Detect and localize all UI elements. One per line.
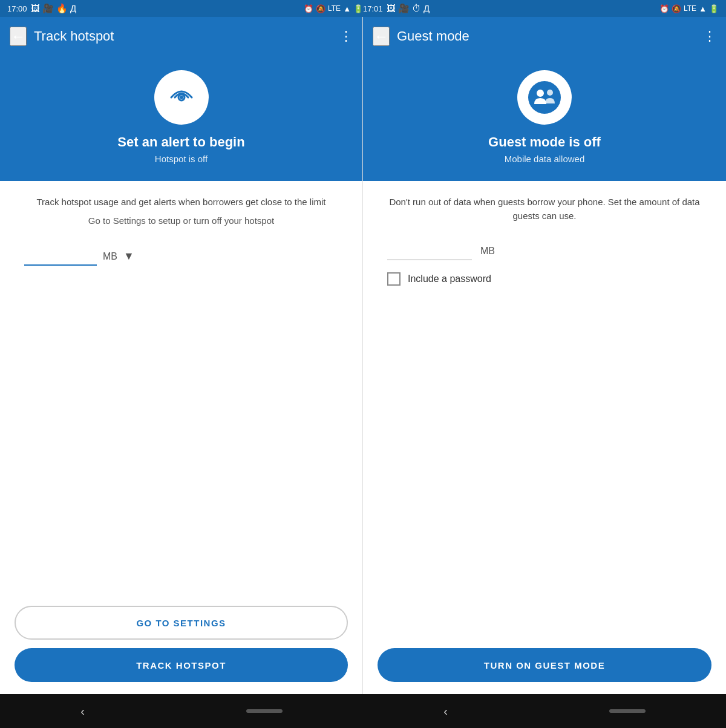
right-lte-text: LTE bbox=[684, 4, 696, 13]
track-hotspot-button[interactable]: TRACK HOTSPOT bbox=[15, 648, 348, 682]
left-hero-section: Set an alert to begin Hotspot is off bbox=[0, 56, 362, 181]
left-alarm-icon: ⏰ bbox=[304, 4, 313, 13]
right-time: 17:01 bbox=[363, 4, 383, 13]
svg-point-4 bbox=[537, 90, 544, 97]
left-description-secondary: Go to Settings to setup or turn off your… bbox=[15, 214, 348, 228]
right-mb-unit: MB bbox=[480, 246, 495, 257]
left-mb-input[interactable] bbox=[24, 247, 97, 266]
right-hero-title: Guest mode is off bbox=[488, 134, 601, 150]
left-more-button[interactable]: ⋮ bbox=[339, 28, 353, 44]
left-icons: 🖼 🎥 🔥 Д bbox=[31, 3, 77, 14]
right-nav-back-button[interactable]: ‹ bbox=[443, 704, 448, 718]
left-time: 17:00 bbox=[7, 4, 27, 13]
left-battery-icon: 🔋 bbox=[353, 4, 363, 13]
right-panel-header: ← Guest mode ⋮ bbox=[363, 17, 726, 56]
left-dropdown-arrow-icon: ▼ bbox=[123, 250, 134, 263]
right-description: Don't run out of data when guests borrow… bbox=[378, 195, 711, 223]
right-back-button[interactable]: ← bbox=[373, 27, 390, 46]
left-mute-icon: 🔕 bbox=[316, 4, 325, 13]
go-to-settings-button[interactable]: GO TO SETTINGS bbox=[15, 606, 348, 640]
left-nav-back-button[interactable]: ‹ bbox=[80, 704, 85, 718]
right-mute-icon: 🔕 bbox=[672, 4, 681, 13]
left-panel-content: Track hotspot usage and get alerts when … bbox=[0, 181, 362, 606]
right-hero-section: Guest mode is off Mobile data allowed bbox=[363, 56, 726, 181]
right-hero-subtitle: Mobile data allowed bbox=[505, 154, 585, 164]
left-unit-dropdown[interactable]: ▼ bbox=[123, 250, 134, 263]
guest-icon-circle bbox=[517, 70, 572, 125]
right-nav-half: ‹ bbox=[363, 694, 726, 728]
left-back-button[interactable]: ← bbox=[10, 27, 27, 46]
right-mb-input[interactable] bbox=[387, 242, 472, 260]
left-panel-header: ← Track hotspot ⋮ bbox=[0, 17, 362, 56]
left-description: Track hotspot usage and get alerts when … bbox=[15, 195, 348, 209]
include-password-checkbox[interactable] bbox=[387, 272, 401, 286]
right-signal-icon: ▲ bbox=[699, 4, 707, 13]
left-signal-icon: ▲ bbox=[343, 4, 351, 13]
right-icons: 🖼 🎥 ⏱ Д bbox=[387, 3, 430, 14]
right-panel-title: Guest mode bbox=[397, 28, 703, 44]
left-hero-title: Set an alert to begin bbox=[117, 134, 244, 150]
include-password-label: Include a password bbox=[408, 274, 491, 284]
svg-point-5 bbox=[547, 90, 553, 96]
right-mb-row: MB bbox=[378, 242, 711, 260]
left-input-row: MB ▼ bbox=[15, 247, 348, 266]
svg-point-3 bbox=[528, 81, 561, 114]
right-panel-buttons: TURN ON GUEST MODE bbox=[363, 648, 726, 694]
left-hero-subtitle: Hotspot is off bbox=[155, 154, 208, 164]
hotspot-icon-circle bbox=[154, 70, 209, 125]
left-lte-text: LTE bbox=[328, 4, 341, 13]
right-panel-content: Don't run out of data when guests borrow… bbox=[363, 181, 726, 648]
right-nav-pill bbox=[609, 709, 646, 713]
left-nav-half: ‹ bbox=[0, 694, 363, 728]
right-more-button[interactable]: ⋮ bbox=[703, 28, 716, 44]
left-mb-unit: MB bbox=[103, 251, 117, 262]
right-alarm-icon: ⏰ bbox=[659, 4, 669, 13]
right-battery-icon: 🔋 bbox=[709, 4, 719, 13]
left-panel-buttons: GO TO SETTINGS TRACK HOTSPOT bbox=[0, 606, 362, 694]
right-checkbox-row: Include a password bbox=[378, 272, 711, 286]
svg-point-2 bbox=[180, 96, 183, 99]
navigation-bar: ‹ ‹ bbox=[0, 694, 726, 728]
left-nav-pill bbox=[246, 709, 283, 713]
left-panel-title: Track hotspot bbox=[34, 28, 339, 44]
turn-on-guest-mode-button[interactable]: TURN ON GUEST MODE bbox=[378, 648, 711, 682]
